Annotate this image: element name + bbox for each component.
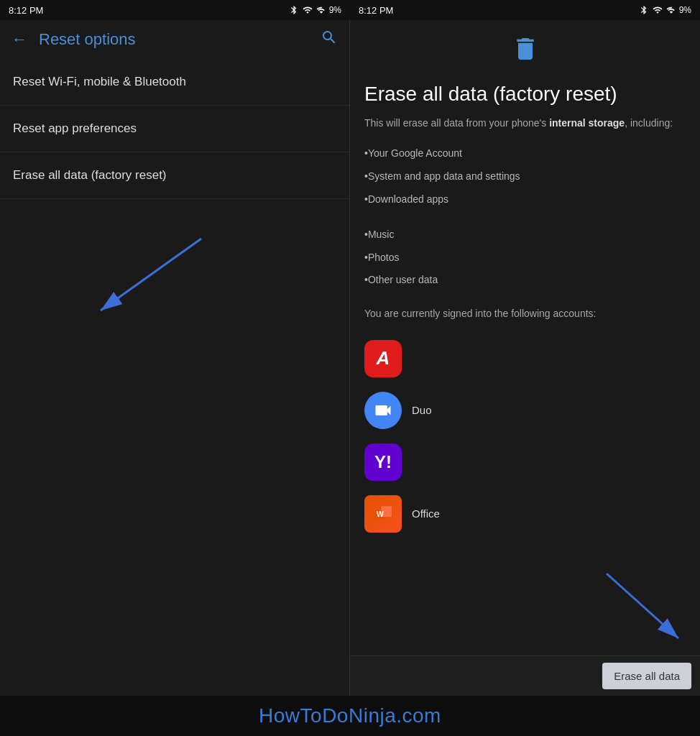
data-item-music: •Music [364, 224, 686, 247]
right-status-bar: 8:12 PM 9% [350, 0, 700, 20]
data-item-apps: •Downloaded apps [364, 188, 686, 211]
accounts-text: You are currently signed into the follow… [364, 306, 686, 321]
bluetooth-icon [289, 5, 299, 15]
menu-item-app-prefs[interactable]: Reset app preferences [0, 106, 349, 152]
menu-item-app-prefs-label: Reset app preferences [13, 121, 137, 135]
trash-icon [511, 34, 540, 70]
left-status-bar: 8:12 PM 9% [0, 0, 350, 20]
erase-all-data-button[interactable]: Erase all data [602, 663, 691, 689]
bluetooth-icon-right [639, 5, 649, 15]
menu-item-factory-reset-label: Erase all data (factory reset) [13, 168, 167, 182]
yahoo-icon: Y! [364, 443, 402, 481]
signal-icon [316, 5, 326, 15]
right-time: 8:12 PM [359, 5, 393, 16]
menu-item-wifi[interactable]: Reset Wi-Fi, mobile & Bluetooth [0, 59, 349, 106]
account-office: W Office [364, 488, 686, 540]
office-label: Office [412, 507, 440, 520]
right-battery: 9% [679, 5, 691, 15]
account-duo: Duo [364, 385, 686, 436]
svg-line-6 [607, 574, 678, 638]
data-item-system: •System and app data and settings [364, 165, 686, 188]
toolbar: ← Reset options [0, 20, 349, 59]
right-content: Erase all data (factory reset) This will… [350, 20, 700, 696]
svg-line-1 [101, 239, 201, 310]
page-title: Reset options [39, 30, 309, 49]
trash-icon-container [364, 34, 686, 70]
data-item-google: •Your Google Account [364, 142, 686, 165]
right-status-icons: 9% [639, 5, 691, 15]
signal-icon-right [666, 5, 676, 15]
duo-label: Duo [412, 404, 432, 416]
wifi-icon [302, 5, 313, 15]
left-battery: 9% [329, 5, 341, 15]
office-icon: W [364, 495, 402, 533]
account-adobe: A [364, 333, 686, 385]
menu-item-wifi-label: Reset Wi-Fi, mobile & Bluetooth [13, 75, 186, 88]
svg-text:W: W [377, 510, 384, 518]
duo-icon [364, 392, 402, 429]
left-status-icons: 9% [289, 5, 341, 15]
right-panel: Erase all data (factory reset) This will… [350, 20, 700, 696]
menu-list: Reset Wi-Fi, mobile & Bluetooth Reset ap… [0, 59, 349, 696]
erase-title: Erase all data (factory reset) [364, 81, 686, 107]
back-button[interactable]: ← [11, 32, 27, 47]
adobe-icon: A [364, 340, 402, 377]
wifi-icon-right [652, 5, 663, 15]
search-icon[interactable] [321, 29, 338, 50]
menu-item-factory-reset[interactable]: Erase all data (factory reset) [0, 152, 349, 199]
arrow-annotation-right [578, 566, 700, 660]
left-time: 8:12 PM [9, 5, 43, 16]
bottom-action-bar: Erase all data [350, 656, 700, 696]
data-item-photos: •Photos [364, 247, 686, 270]
data-list: •Your Google Account •System and app dat… [364, 142, 686, 292]
watermark-text: HowToDoNinja.com [259, 704, 441, 727]
account-yahoo: Y! [364, 436, 686, 488]
arrow-annotation-left [79, 231, 223, 325]
data-item-userdata: •Other user data [364, 269, 686, 292]
erase-subtitle: This will erase all data from your phone… [364, 116, 686, 131]
watermark: HowToDoNinja.com [0, 696, 700, 736]
left-panel: ← Reset options Reset Wi-Fi, mobile & Bl… [0, 20, 350, 696]
